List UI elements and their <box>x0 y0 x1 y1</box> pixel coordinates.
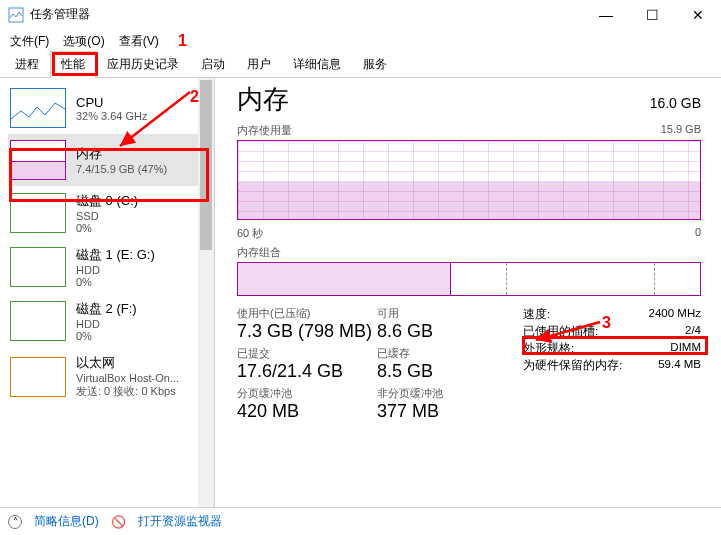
ethernet-thumb-icon <box>10 357 66 397</box>
xaxis-right: 0 <box>695 226 701 241</box>
app-icon <box>8 7 24 23</box>
tab-app-history[interactable]: 应用历史记录 <box>96 51 190 77</box>
menubar: 文件(F) 选项(O) 查看(V) <box>0 30 721 52</box>
sidebar-item-sub: HDD <box>76 264 155 276</box>
maximize-button[interactable]: ☐ <box>629 0 675 30</box>
prohibit-icon: 🚫 <box>111 515 126 529</box>
disk-thumb-icon <box>10 193 66 233</box>
in-use-label: 使用中(已压缩) <box>237 306 377 321</box>
sidebar-item-info: CPU 32% 3.64 GHz <box>76 95 148 122</box>
window-controls: — ☐ ✕ <box>583 0 721 30</box>
close-button[interactable]: ✕ <box>675 0 721 30</box>
sidebar-item-label: 磁盘 2 (F:) <box>76 300 137 318</box>
committed-value: 17.6/21.4 GB <box>237 361 377 382</box>
cached-label: 已缓存 <box>377 346 517 361</box>
tab-services[interactable]: 服务 <box>352 51 398 77</box>
menu-options[interactable]: 选项(O) <box>57 31 110 52</box>
sidebar: CPU 32% 3.64 GHz 内存 7.4/15.9 GB (47%) 磁盘… <box>0 78 215 507</box>
sidebar-item-info: 以太网 VirtualBox Host-On... 发送: 0 接收: 0 Kb… <box>76 354 179 399</box>
collapse-icon[interactable]: ˄ <box>8 515 22 529</box>
sidebar-item-sub: HDD <box>76 318 137 330</box>
cached-value: 8.5 GB <box>377 361 517 382</box>
sidebar-item-memory[interactable]: 内存 7.4/15.9 GB (47%) <box>8 134 214 186</box>
available-value: 8.6 GB <box>377 321 517 342</box>
sidebar-item-sub: SSD <box>76 210 138 222</box>
stats-left: 使用中(已压缩) 7.3 GB (798 MB) 可用 8.6 GB 已提交 1… <box>237 306 517 422</box>
sidebar-item-sub2: 发送: 0 接收: 0 Kbps <box>76 384 179 399</box>
memory-usage-chart <box>237 140 701 220</box>
committed-label: 已提交 <box>237 346 377 361</box>
disk-thumb-icon <box>10 301 66 341</box>
sidebar-item-label: 内存 <box>76 145 167 163</box>
chart-usage-max: 15.9 GB <box>661 123 701 138</box>
xaxis-left: 60 秒 <box>237 226 263 241</box>
sidebar-item-disk0[interactable]: 磁盘 0 (C:) SSD 0% <box>8 186 214 240</box>
sidebar-item-label: 磁盘 0 (C:) <box>76 192 138 210</box>
chart-xaxis: 60 秒 0 <box>237 226 701 241</box>
brief-info-link[interactable]: 简略信息(D) <box>34 513 99 530</box>
sidebar-item-label: CPU <box>76 95 148 110</box>
speed-label: 速度: <box>523 307 550 322</box>
minimize-button[interactable]: — <box>583 0 629 30</box>
memory-thumb-icon <box>10 140 66 180</box>
paged-label: 分页缓冲池 <box>237 386 377 401</box>
scrollbar-thumb[interactable] <box>200 80 212 250</box>
memory-composition-chart <box>237 262 701 296</box>
tab-users[interactable]: 用户 <box>236 51 282 77</box>
open-resource-monitor-link[interactable]: 打开资源监视器 <box>138 513 222 530</box>
sidebar-item-sub: VirtualBox Host-On... <box>76 372 179 384</box>
sidebar-item-info: 磁盘 0 (C:) SSD 0% <box>76 192 138 234</box>
sidebar-item-sub2: 0% <box>76 276 155 288</box>
nonpaged-label: 非分页缓冲池 <box>377 386 517 401</box>
sidebar-item-disk1[interactable]: 磁盘 1 (E: G:) HDD 0% <box>8 240 214 294</box>
tab-processes[interactable]: 进程 <box>4 51 50 77</box>
stats-right: 速度:2400 MHz 已使用的插槽:2/4 外形规格:DIMM 为硬件保留的内… <box>523 306 701 422</box>
tab-details[interactable]: 详细信息 <box>282 51 352 77</box>
reserved-label: 为硬件保留的内存: <box>523 358 622 373</box>
memory-total: 16.0 GB <box>650 95 701 111</box>
reserved-value: 59.4 MB <box>658 358 701 373</box>
menu-view[interactable]: 查看(V) <box>113 31 165 52</box>
sidebar-item-ethernet[interactable]: 以太网 VirtualBox Host-On... 发送: 0 接收: 0 Kb… <box>8 348 214 405</box>
sidebar-item-sub: 7.4/15.9 GB (47%) <box>76 163 167 175</box>
footer: ˄ 简略信息(D) 🚫 打开资源监视器 <box>0 507 721 535</box>
sidebar-item-disk2[interactable]: 磁盘 2 (F:) HDD 0% <box>8 294 214 348</box>
main-header: 内存 16.0 GB <box>237 82 701 117</box>
sidebar-item-sub2: 0% <box>76 222 138 234</box>
tab-startup[interactable]: 启动 <box>190 51 236 77</box>
sidebar-item-info: 内存 7.4/15.9 GB (47%) <box>76 145 167 175</box>
in-use-value: 7.3 GB (798 MB) <box>237 321 377 342</box>
disk-thumb-icon <box>10 247 66 287</box>
slots-label: 已使用的插槽: <box>523 324 598 339</box>
composition-label-row: 内存组合 <box>237 245 701 260</box>
scrollbar[interactable] <box>198 78 214 507</box>
main-panel: 内存 16.0 GB 内存使用量 15.9 GB 60 秒 0 内存组合 使用中… <box>215 78 721 507</box>
sidebar-item-info: 磁盘 1 (E: G:) HDD 0% <box>76 246 155 288</box>
tab-strip: 进程 性能 应用历史记录 启动 用户 详细信息 服务 <box>0 52 721 78</box>
sidebar-item-label: 磁盘 1 (E: G:) <box>76 246 155 264</box>
slots-value: 2/4 <box>685 324 701 339</box>
menu-file[interactable]: 文件(F) <box>4 31 55 52</box>
sidebar-item-sub2: 0% <box>76 330 137 342</box>
available-label: 可用 <box>377 306 517 321</box>
composition-label: 内存组合 <box>237 245 281 260</box>
form-label: 外形规格: <box>523 341 574 356</box>
speed-value: 2400 MHz <box>649 307 701 322</box>
nonpaged-value: 377 MB <box>377 401 517 422</box>
chart-usage-label: 内存使用量 <box>237 123 292 138</box>
content: CPU 32% 3.64 GHz 内存 7.4/15.9 GB (47%) 磁盘… <box>0 78 721 507</box>
sidebar-item-label: 以太网 <box>76 354 179 372</box>
stats: 使用中(已压缩) 7.3 GB (798 MB) 可用 8.6 GB 已提交 1… <box>237 306 701 422</box>
sidebar-item-cpu[interactable]: CPU 32% 3.64 GHz <box>8 82 214 134</box>
form-value: DIMM <box>670 341 701 356</box>
titlebar: 任务管理器 — ☐ ✕ <box>0 0 721 30</box>
page-title: 内存 <box>237 82 289 117</box>
sidebar-item-info: 磁盘 2 (F:) HDD 0% <box>76 300 137 342</box>
sidebar-item-sub: 32% 3.64 GHz <box>76 110 148 122</box>
cpu-thumb-icon <box>10 88 66 128</box>
paged-value: 420 MB <box>237 401 377 422</box>
tab-performance[interactable]: 性能 <box>50 51 96 77</box>
chart-label-row: 内存使用量 15.9 GB <box>237 123 701 138</box>
window-title: 任务管理器 <box>30 6 90 23</box>
